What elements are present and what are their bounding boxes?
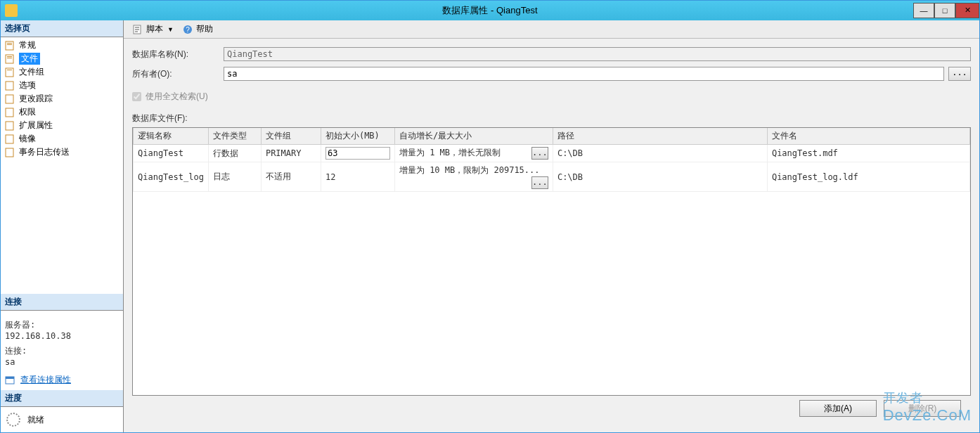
- cell-filetype: 行数据: [208, 145, 261, 162]
- cell-logical[interactable]: QiangTest: [134, 145, 209, 162]
- connection-panel: 服务器: 192.168.10.38 连接: sa 查看连接属性: [1, 311, 123, 390]
- svg-rect-11: [6, 122, 13, 130]
- add-button[interactable]: 添加(A): [799, 400, 877, 417]
- nav-list: 常规 文件 文件组 选项 更改跟踪 权限 扩展属性 镜像 事务日志传送: [1, 37, 123, 160]
- files-grid[interactable]: 逻辑名称 文件类型 文件组 初始大小(MB) 自动增长/最大大小 路径 文件名 …: [132, 127, 971, 396]
- cell-filetype: 日志: [208, 162, 261, 192]
- svg-rect-5: [7, 58, 12, 58]
- server-value: 192.168.10.38: [5, 331, 119, 341]
- page-icon: [5, 121, 16, 131]
- svg-rect-3: [6, 55, 13, 63]
- page-icon: [5, 81, 16, 91]
- nav-label: 镜像: [19, 133, 36, 145]
- progress-panel: 就绪: [1, 407, 123, 432]
- svg-rect-7: [7, 70, 12, 70]
- autogrow-edit-button[interactable]: ...: [531, 176, 548, 189]
- dbfiles-label: 数据库文件(F):: [132, 112, 971, 124]
- owner-browse-button[interactable]: ...: [948, 67, 971, 81]
- nav-item-logshipping[interactable]: 事务日志传送: [1, 146, 123, 159]
- progress-header: 进度: [1, 390, 123, 407]
- nav-item-options[interactable]: 选项: [1, 79, 123, 92]
- page-icon: [5, 41, 16, 51]
- script-label: 脚本: [146, 23, 163, 35]
- conn-label: 连接:: [5, 345, 119, 357]
- properties-icon: [5, 375, 16, 385]
- col-filename[interactable]: 文件名: [767, 128, 969, 145]
- view-connection-props-link[interactable]: 查看连接属性: [20, 374, 71, 386]
- nav-label: 常规: [19, 39, 36, 51]
- cell-logical[interactable]: QiangTest_log: [134, 162, 209, 192]
- col-autogrow[interactable]: 自动增长/最大大小: [394, 128, 553, 145]
- svg-rect-0: [6, 41, 13, 50]
- page-icon: [5, 134, 16, 144]
- col-filegroup[interactable]: 文件组: [261, 128, 321, 145]
- svg-rect-1: [7, 43, 12, 44]
- toolbar: 脚本 ▼ ? 帮助: [124, 20, 979, 39]
- script-button[interactable]: 脚本 ▼: [129, 22, 176, 37]
- cell-filename: QiangTest.mdf: [767, 145, 969, 162]
- svg-rect-6: [6, 68, 13, 77]
- select-page-header: 选择页: [1, 20, 123, 37]
- help-label: 帮助: [196, 23, 213, 35]
- maximize-button[interactable]: □: [934, 3, 955, 18]
- svg-rect-10: [6, 108, 13, 117]
- cell-autogrow: 增量为 10 MB，限制为 209715...: [399, 165, 540, 175]
- table-row[interactable]: QiangTest 行数据 PRIMARY 增量为 1 MB，增长无限制... …: [134, 145, 970, 162]
- server-label: 服务器:: [5, 319, 119, 331]
- close-button[interactable]: ✕: [955, 3, 979, 18]
- col-logical[interactable]: 逻辑名称: [134, 128, 209, 145]
- svg-text:?: ?: [186, 26, 190, 34]
- nav-item-changetracking[interactable]: 更改跟踪: [1, 92, 123, 105]
- spinner-icon: [6, 413, 20, 427]
- page-icon: [5, 94, 16, 104]
- svg-rect-9: [6, 95, 13, 103]
- cell-autogrow: 增量为 1 MB，增长无限制: [399, 148, 501, 157]
- owner-label: 所有者(O):: [132, 68, 224, 80]
- nav-item-extendedprops[interactable]: 扩展属性: [1, 119, 123, 132]
- nav-item-filegroups[interactable]: 文件组: [1, 65, 123, 79]
- nav-item-mirroring[interactable]: 镜像: [1, 132, 123, 146]
- page-icon: [5, 148, 16, 157]
- nav-label: 选项: [19, 79, 36, 91]
- nav-label: 更改跟踪: [19, 93, 53, 105]
- dropdown-icon: ▼: [167, 26, 174, 33]
- help-button[interactable]: ? 帮助: [179, 22, 216, 37]
- nav-item-permissions[interactable]: 权限: [1, 105, 123, 119]
- svg-rect-4: [7, 56, 12, 57]
- nav-item-general[interactable]: 常规: [1, 39, 123, 52]
- col-path[interactable]: 路径: [553, 128, 767, 145]
- svg-rect-2: [7, 44, 12, 45]
- nav-label: 权限: [19, 106, 36, 118]
- nav-label: 扩展属性: [19, 119, 53, 131]
- page-icon: [5, 67, 16, 77]
- connection-header: 连接: [1, 294, 123, 311]
- table-row[interactable]: QiangTest_log 日志 不适用 12 增量为 10 MB，限制为 20…: [134, 162, 970, 192]
- fulltext-checkbox: [132, 92, 141, 101]
- progress-status: 就绪: [27, 414, 44, 426]
- titlebar: 数据库属性 - QiangTest — □ ✕: [1, 1, 979, 20]
- col-initsize[interactable]: 初始大小(MB): [321, 128, 394, 145]
- conn-value: sa: [5, 357, 119, 367]
- minimize-button[interactable]: —: [913, 3, 934, 18]
- svg-rect-8: [6, 82, 13, 90]
- nav-item-files[interactable]: 文件: [1, 52, 123, 65]
- cell-path: C:\DB: [557, 148, 583, 158]
- svg-rect-13: [6, 148, 13, 157]
- dbname-input: [224, 47, 971, 61]
- svg-rect-12: [6, 135, 13, 143]
- cell-initsize-input[interactable]: [325, 147, 390, 160]
- nav-label: 事务日志传送: [19, 146, 70, 158]
- cell-filename: QiangTest_log.ldf: [767, 162, 969, 192]
- page-icon: [5, 108, 16, 117]
- autogrow-edit-button[interactable]: ...: [531, 147, 548, 160]
- page-icon: [5, 54, 16, 64]
- cell-initsize[interactable]: 12: [321, 162, 394, 192]
- app-icon: [5, 4, 18, 17]
- fulltext-label: 使用全文检索(U): [146, 91, 208, 103]
- nav-label: 文件: [19, 53, 40, 65]
- remove-button: 删除(R): [884, 400, 961, 417]
- cell-filegroup[interactable]: PRIMARY: [261, 145, 321, 162]
- owner-input[interactable]: [224, 67, 944, 81]
- script-icon: [132, 24, 143, 35]
- col-filetype[interactable]: 文件类型: [208, 128, 261, 145]
